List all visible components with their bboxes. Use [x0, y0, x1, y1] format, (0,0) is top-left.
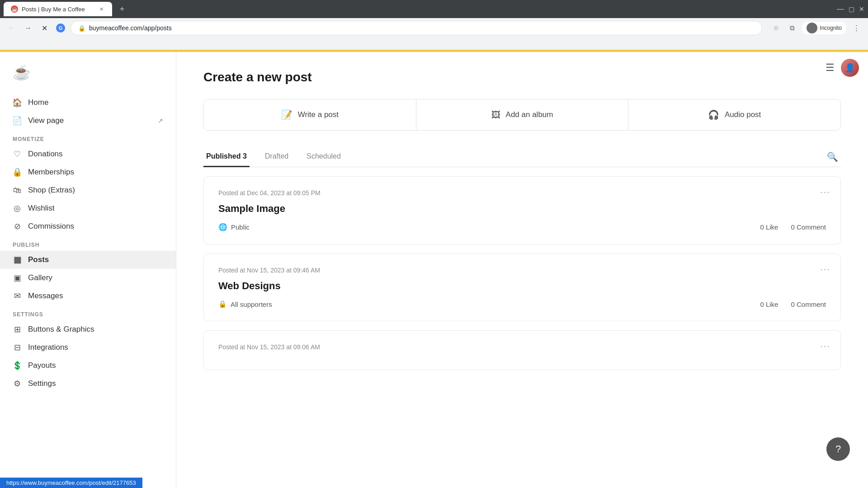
tab-scheduled-label: Scheduled	[307, 152, 341, 160]
sidebar-item-home[interactable]: 🏠 Home	[0, 94, 176, 112]
sidebar-item-posts[interactable]: ▦ Posts	[0, 251, 176, 269]
write-post-button[interactable]: 📝 Write a post	[204, 99, 416, 130]
window-minimize-button[interactable]: —	[837, 5, 844, 13]
address-bar-url: buymeacoffee.com/app/posts	[89, 24, 172, 32]
post-1-visibility: 🌐 Public	[218, 223, 250, 231]
integrations-icon: ⊟	[13, 343, 22, 352]
add-album-button[interactable]: 🖼 Add an album	[416, 99, 628, 130]
section-label-settings: SETTINGS	[0, 305, 176, 320]
post-1-title: Sample Image	[218, 203, 826, 215]
post-2-lock-icon: 🔒	[218, 300, 227, 308]
sidebar-item-buttons-graphics[interactable]: ⊞ Buttons & Graphics	[0, 320, 176, 338]
tab-favicon: ☕	[11, 5, 18, 13]
tabs-row: Published 3 Drafted Scheduled 🔍	[203, 147, 841, 167]
buttons-graphics-icon: ⊞	[13, 325, 22, 334]
sidebar-item-shop-extras-label: Shop (Extras)	[28, 186, 75, 195]
home-icon: 🏠	[13, 98, 22, 107]
audio-post-button[interactable]: 🎧 Audio post	[628, 99, 840, 130]
tab-scheduled[interactable]: Scheduled	[304, 147, 344, 167]
section-label-monetize: MONETIZE	[0, 130, 176, 145]
settings-icon: ⚙	[13, 379, 22, 388]
post-card-1: ··· Posted at Dec 04, 2023 at 09:05 PM S…	[203, 176, 841, 244]
wishlist-icon: ◎	[13, 204, 22, 213]
tab-drafted[interactable]: Drafted	[262, 147, 291, 167]
donations-icon: ♡	[13, 150, 22, 159]
payouts-icon: 💲	[13, 361, 22, 370]
page-title: Create a new post	[203, 70, 841, 84]
browser-menu-button[interactable]: ⋮	[850, 22, 863, 34]
post-1-more-button[interactable]: ···	[820, 187, 830, 197]
hamburger-menu-button[interactable]: ☰	[826, 62, 835, 74]
write-post-icon: 📝	[281, 109, 292, 120]
sidebar-item-commissions-label: Commissions	[28, 222, 74, 231]
tab-close-button[interactable]: ✕	[98, 5, 105, 13]
status-bar-url: https://www.buymeacoffee.com/post/edit/2…	[6, 479, 136, 486]
tab-drafted-label: Drafted	[265, 152, 288, 160]
tab-search-button[interactable]: ⧉	[786, 22, 798, 34]
post-3-more-button[interactable]: ···	[820, 341, 830, 351]
post-2-meta: Posted at Nov 15, 2023 at 09:46 AM	[218, 267, 826, 274]
post-card-3: ··· Posted at Nov 15, 2023 at 09:06 AM	[203, 330, 841, 370]
sidebar-item-donations[interactable]: ♡ Donations	[0, 145, 176, 163]
posts-search-button[interactable]: 🔍	[824, 149, 841, 165]
tab-published[interactable]: Published 3	[203, 147, 250, 167]
address-bar[interactable]: 🔒 buymeacoffee.com/app/posts	[71, 21, 762, 35]
post-2-visibility: 🔒 All supporters	[218, 300, 272, 308]
audio-post-label: Audio post	[725, 110, 761, 119]
post-2-title: Web Designs	[218, 280, 826, 292]
post-2-likes: 0 Like	[760, 300, 778, 308]
sidebar-item-payouts[interactable]: 💲 Payouts	[0, 357, 176, 375]
status-bar: https://www.buymeacoffee.com/post/edit/2…	[0, 478, 142, 488]
sidebar-item-integrations[interactable]: ⊟ Integrations	[0, 338, 176, 357]
post-1-footer: 🌐 Public 0 Like 0 Comment	[218, 223, 826, 231]
post-1-meta: Posted at Dec 04, 2023 at 09:05 PM	[218, 189, 826, 197]
user-avatar[interactable]: 👤	[841, 59, 859, 77]
browser-tab[interactable]: ☕ Posts | Buy Me a Coffee ✕	[4, 2, 112, 16]
sidebar-item-donations-label: Donations	[28, 150, 63, 159]
sidebar-logo: ☕	[0, 56, 176, 94]
post-2-stats: 0 Like 0 Comment	[760, 300, 826, 308]
sidebar-item-shop-extras[interactable]: 🛍 Shop (Extras)	[0, 181, 176, 199]
incognito-avatar	[807, 23, 817, 33]
sidebar-item-memberships[interactable]: 🔒 Memberships	[0, 163, 176, 181]
post-2-more-button[interactable]: ···	[820, 264, 830, 274]
bookmark-button[interactable]: ☆	[769, 22, 782, 34]
address-bar-lock-icon: 🔒	[78, 25, 85, 32]
tab-published-label: Published 3	[206, 152, 247, 160]
post-1-visibility-label: Public	[231, 223, 250, 231]
sidebar-item-home-label: Home	[28, 98, 48, 107]
sidebar-item-settings[interactable]: ⚙ Settings	[0, 375, 176, 393]
external-link-icon: ↗	[158, 117, 163, 124]
back-button[interactable]: ←	[5, 22, 18, 34]
post-2-footer: 🔒 All supporters 0 Like 0 Comment	[218, 300, 826, 308]
post-2-visibility-label: All supporters	[231, 300, 272, 308]
sidebar-item-commissions[interactable]: ⊘ Commissions	[0, 217, 176, 235]
post-1-comments: 0 Comment	[791, 223, 826, 231]
add-album-icon: 🖼	[491, 110, 500, 120]
tab-title: Posts | Buy Me a Coffee	[22, 6, 85, 13]
sidebar-item-gallery-label: Gallery	[28, 273, 52, 282]
browser-nav-bar: ← → ✕ G 🔒 buymeacoffee.com/app/posts ☆ ⧉…	[0, 18, 868, 38]
sidebar-item-messages[interactable]: ✉ Messages	[0, 287, 176, 305]
main-content: ☰ 👤 Create a new post 📝 Write a post 🖼 A…	[176, 52, 868, 488]
sidebar-item-posts-label: Posts	[28, 255, 49, 264]
sidebar: ☕ 🏠 Home 📄 View page ↗ MONETIZE ♡ Donati…	[0, 52, 176, 488]
reload-button[interactable]: ✕	[38, 22, 51, 34]
google-apps-button[interactable]: G	[54, 22, 67, 34]
forward-button[interactable]: →	[22, 22, 34, 34]
window-close-button[interactable]: ✕	[859, 5, 864, 13]
commissions-icon: ⊘	[13, 222, 22, 231]
sidebar-item-view-page[interactable]: 📄 View page ↗	[0, 112, 176, 130]
help-button[interactable]: ?	[826, 437, 850, 461]
audio-post-icon: 🎧	[708, 109, 719, 120]
posts-icon: ▦	[13, 255, 22, 264]
sidebar-item-memberships-label: Memberships	[28, 168, 74, 177]
window-maximize-button[interactable]: ▢	[849, 5, 854, 13]
new-tab-button[interactable]: +	[116, 3, 128, 15]
browser-top-bar: ☕ Posts | Buy Me a Coffee ✕ + — ▢ ✕	[0, 0, 868, 18]
sidebar-item-gallery[interactable]: ▣ Gallery	[0, 269, 176, 287]
sidebar-item-wishlist[interactable]: ◎ Wishlist	[0, 199, 176, 217]
post-2-comments: 0 Comment	[791, 300, 826, 308]
help-button-label: ?	[835, 443, 841, 455]
messages-icon: ✉	[13, 291, 22, 300]
